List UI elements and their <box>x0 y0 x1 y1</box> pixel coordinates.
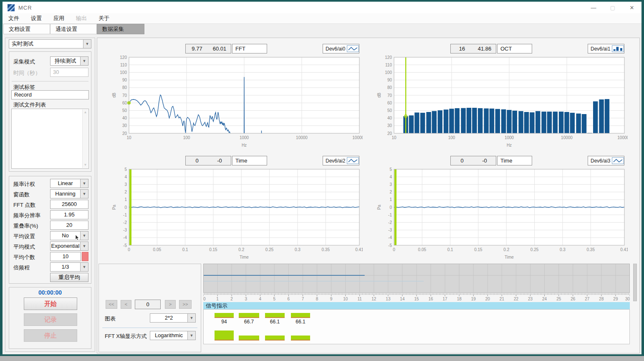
chevron-down-icon: ▼ <box>80 242 88 250</box>
line-chart-icon <box>347 157 359 164</box>
tab-document-settings[interactable]: 文档设置 <box>3 24 50 34</box>
oct-chart-cell: 1641.86 OCT Dev6/ai1 2030405060708090100… <box>375 42 628 150</box>
chevron-down-icon: ▼ <box>80 263 88 271</box>
menu-apply[interactable]: 应用 <box>48 15 70 22</box>
signal-indicator-header: 信号指示 <box>203 302 630 309</box>
restart-average-button[interactable]: 重启平均 <box>50 273 88 282</box>
svg-text:0: 0 <box>203 297 206 301</box>
time2-device-selector[interactable]: Dev6/ai3 <box>588 156 624 165</box>
close-button[interactable]: ✕ <box>622 2 641 13</box>
svg-text:4: 4 <box>389 175 392 179</box>
menu-output: 输出 <box>70 15 93 22</box>
svg-text:0: 0 <box>128 247 130 252</box>
display-controls-box: << < 0 > >> 图表 2*2▼ FFT X轴显示方式 Logarithm… <box>98 264 201 352</box>
time2-plot[interactable]: -5-4-3-2-101234500.050.10.150.20.250.30.… <box>375 167 628 261</box>
menu-settings[interactable]: 设置 <box>25 15 48 22</box>
avg-mode-label: 平均模式 <box>13 243 35 251</box>
svg-text:0.41: 0.41 <box>620 247 628 252</box>
acq-mode-label: 采集模式 <box>13 58 35 66</box>
time2-type-field[interactable]: Time <box>497 156 532 165</box>
elapsed-timer: 00:00:00 <box>9 289 91 296</box>
avg-setting-label: 平均设置 <box>13 233 35 240</box>
tab-data-acquisition[interactable]: 数据采集 <box>97 24 144 34</box>
svg-text:100: 100 <box>448 135 455 140</box>
oct-device-selector[interactable]: Dev6/ai1 <box>588 44 624 53</box>
oct-type-field[interactable]: OCT <box>497 44 532 53</box>
chevron-down-icon: ▼ <box>80 190 88 198</box>
signal-indicator-panel: 94 66.7 66.1 66.1 <box>203 309 630 344</box>
svg-text:5: 5 <box>389 167 392 172</box>
signal-value: 94 <box>215 319 234 325</box>
time1-type-field[interactable]: Time <box>232 156 267 165</box>
scroll-up-icon[interactable]: ▲ <box>83 109 88 115</box>
line-chart-icon <box>347 45 359 52</box>
acq-mode-select[interactable]: 持续测试▼ <box>50 56 88 66</box>
oct-plot[interactable]: 2030405060708090100110120101001000100001… <box>375 55 628 149</box>
chevron-down-icon: ▼ <box>80 179 88 188</box>
chevron-down-icon: ▼ <box>187 331 195 340</box>
svg-text:2: 2 <box>389 190 392 194</box>
signal-meter-bar <box>239 336 259 341</box>
octave-select[interactable]: 1/3▼ <box>50 262 88 272</box>
svg-text:0.15: 0.15 <box>474 247 482 252</box>
svg-text:Pa: Pa <box>112 204 116 210</box>
overlap-input[interactable]: 20 <box>50 221 88 230</box>
svg-text:100000: 100000 <box>352 135 363 140</box>
nav-next-button[interactable]: > <box>165 300 176 309</box>
svg-text:0: 0 <box>393 247 395 252</box>
menu-file[interactable]: 文件 <box>3 15 25 22</box>
measure-mode-select[interactable]: 实时测试▼ <box>9 39 91 48</box>
window-func-select[interactable]: Hanning▼ <box>50 189 88 198</box>
avg-setting-select[interactable]: No▼ <box>50 231 88 240</box>
svg-text:0: 0 <box>124 205 127 210</box>
title-bar: MCR — ▢ ✕ <box>3 2 641 13</box>
svg-text:19: 19 <box>471 297 476 301</box>
fft-type-field[interactable]: FFT <box>232 44 267 53</box>
file-list-scrollbar[interactable]: ▲ ▼ <box>82 109 88 168</box>
svg-text:-4: -4 <box>388 235 392 240</box>
fft-plot[interactable]: 2030405060708090100110120101001000100001… <box>110 55 363 149</box>
svg-text:0.15: 0.15 <box>209 247 217 252</box>
chevron-down-icon: ▼ <box>187 314 195 322</box>
analysis-params-group: 频率计权 Linear▼ 窗函数 Hanning▼ FFT 点数 25600 频… <box>9 176 91 284</box>
svg-text:16: 16 <box>429 297 434 301</box>
scroll-down-icon[interactable]: ▼ <box>83 162 88 168</box>
time-seconds-input[interactable]: 30 <box>50 68 88 77</box>
main-panel: 9.7760.01 FFT Dev6/ai0 20304050607080901… <box>97 38 640 353</box>
svg-text:0.1: 0.1 <box>182 247 188 252</box>
menu-about[interactable]: 关于 <box>93 15 115 22</box>
nav-last-button[interactable]: >> <box>179 300 192 309</box>
freq-weighting-select[interactable]: Linear▼ <box>50 179 88 188</box>
nav-position-field[interactable]: 0 <box>135 300 161 309</box>
svg-text:2: 2 <box>124 190 127 194</box>
fft-device-selector[interactable]: Dev6/ai0 <box>323 44 359 53</box>
tab-channel-settings[interactable]: 通道设置 <box>50 24 97 34</box>
test-file-list[interactable]: ▲ ▼ <box>11 109 89 169</box>
svg-text:3: 3 <box>124 182 127 187</box>
time1-plot[interactable]: -5-4-3-2-101234500.050.10.150.20.250.30.… <box>110 167 363 261</box>
app-icon <box>8 4 15 11</box>
svg-text:40: 40 <box>387 116 392 120</box>
test-label-input[interactable]: Record <box>11 90 89 99</box>
minimize-button[interactable]: — <box>584 2 603 13</box>
maximize-button[interactable]: ▢ <box>603 2 622 13</box>
start-button[interactable]: 开始 <box>24 297 77 310</box>
freq-resolution-input[interactable]: 1.95 <box>50 210 88 219</box>
fft-xaxis-select[interactable]: Logarithmic▼ <box>150 331 196 340</box>
nav-prev-button[interactable]: < <box>121 300 131 309</box>
taskbar-strip <box>0 356 644 361</box>
svg-text:4: 4 <box>259 297 262 301</box>
chart-layout-select[interactable]: 2*2▼ <box>150 313 196 323</box>
record-timeline[interactable] <box>203 264 630 293</box>
svg-text:120: 120 <box>385 55 392 60</box>
avg-count-input[interactable]: 10 <box>50 252 81 261</box>
fft-chart-cell: 9.7760.01 FFT Dev6/ai0 20304050607080901… <box>110 42 363 150</box>
svg-text:17: 17 <box>443 297 448 301</box>
avg-mode-select[interactable]: Exponential▼ <box>50 242 88 251</box>
time1-device-selector[interactable]: Dev6/ai2 <box>323 156 359 165</box>
nav-first-button[interactable]: << <box>106 300 117 309</box>
timeline-scrollbar[interactable] <box>633 264 637 301</box>
window-controls: — ▢ ✕ <box>584 2 641 13</box>
fft-points-input[interactable]: 25600 <box>50 200 88 209</box>
overlap-label: 重叠率(%) <box>13 222 38 230</box>
